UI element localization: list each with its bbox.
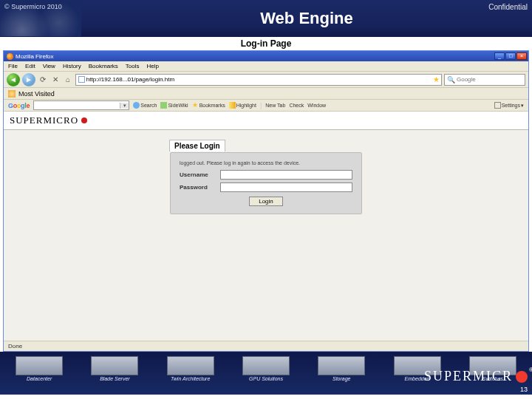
copyright-text: © Supermicro 2010 xyxy=(4,3,62,10)
browser-window: Mozilla Firefox _ □ × File Edit View His… xyxy=(3,50,529,352)
search-bar[interactable]: 🔍 xyxy=(444,74,525,86)
password-label: Password xyxy=(180,184,220,191)
menu-help[interactable]: Help xyxy=(146,63,158,69)
cat-thumb-blade xyxy=(91,356,138,375)
menu-view[interactable]: View xyxy=(43,63,55,69)
page-content: SUPERMICRO Please Login logged out. Plea… xyxy=(4,112,528,341)
close-button[interactable]: × xyxy=(516,52,527,60)
forward-button[interactable]: ► xyxy=(22,73,35,86)
google-newtab-button[interactable]: New Tab xyxy=(265,103,285,108)
search-engine-icon[interactable]: 🔍 xyxy=(447,76,455,83)
footer-brand-logo: SUPERMICR ® xyxy=(424,369,528,384)
google-check-button[interactable]: Check xyxy=(289,103,304,108)
back-button[interactable]: ◄ xyxy=(7,73,20,86)
bookmarks-toolbar: Most Visited xyxy=(4,88,528,100)
cat-label: Blade Server xyxy=(100,376,129,381)
google-logo: Google xyxy=(8,102,30,109)
password-input[interactable] xyxy=(220,183,352,192)
slide-subtitle: Log-in Page xyxy=(0,37,532,50)
page-number: 13 xyxy=(520,386,528,393)
maximize-button[interactable]: □ xyxy=(505,52,516,60)
google-search-box[interactable]: ▾ xyxy=(33,100,129,110)
stop-button[interactable]: ✕ xyxy=(50,75,61,85)
cat-label: Storage xyxy=(332,376,351,381)
brand-header: SUPERMICRO xyxy=(4,112,528,129)
slide-title: Web Engine xyxy=(81,9,532,28)
slide-header: © Supermicro 2010 Web Engine Confidentia… xyxy=(0,0,532,37)
firefox-icon xyxy=(7,53,13,60)
menu-bookmarks[interactable]: Bookmarks xyxy=(89,63,118,69)
google-bookmarks-button[interactable]: ★Bookmarks xyxy=(192,102,225,109)
menu-file[interactable]: File xyxy=(8,63,18,69)
slide-footer: Datacenter Blade Server Twin Architectur… xyxy=(0,352,532,395)
supermicro-logo-text: SUPERMICRO xyxy=(10,115,78,126)
footer-logo-dot: ® xyxy=(516,371,528,383)
login-panel-heading: Please Login xyxy=(169,140,225,151)
most-visited-link[interactable]: Most Visited xyxy=(18,90,55,98)
navigation-toolbar: ◄ ► ⟳ ✕ ⌂ ★ 🔍 xyxy=(4,72,528,88)
login-button[interactable]: Login xyxy=(249,197,283,206)
status-text: Done xyxy=(8,343,22,349)
login-message: logged out. Please log in again to acces… xyxy=(180,160,352,166)
cat-thumb-twin xyxy=(167,356,214,375)
menu-tools[interactable]: Tools xyxy=(126,63,140,69)
window-title: Mozilla Firefox xyxy=(16,53,494,60)
footer-logo-text: SUPERMICR xyxy=(424,369,513,384)
minimize-button[interactable]: _ xyxy=(494,52,505,60)
reload-button[interactable]: ⟳ xyxy=(38,75,48,85)
login-panel: logged out. Please log in again to acces… xyxy=(170,152,362,214)
google-search-dropdown[interactable]: ▾ xyxy=(120,103,129,109)
cat-thumb-datacenter xyxy=(16,356,63,375)
home-button[interactable]: ⌂ xyxy=(63,75,73,85)
cat-label: Datacenter xyxy=(27,376,52,381)
menu-history[interactable]: History xyxy=(63,63,81,69)
menu-bar: File Edit View History Bookmarks Tools H… xyxy=(4,61,528,72)
bookmark-star-icon[interactable]: ★ xyxy=(433,75,440,83)
most-visited-icon xyxy=(8,90,16,98)
window-titlebar[interactable]: Mozilla Firefox _ □ × xyxy=(4,51,528,61)
google-window-button[interactable]: Window xyxy=(307,103,326,108)
url-input[interactable] xyxy=(86,76,431,83)
cat-thumb-storage xyxy=(318,356,365,375)
username-input[interactable] xyxy=(220,170,352,180)
menu-edit[interactable]: Edit xyxy=(25,63,35,69)
google-search-button[interactable]: Search xyxy=(133,102,157,109)
google-sidewiki-button[interactable]: SideWiki xyxy=(160,102,188,109)
cat-label: GPU Solutions xyxy=(249,376,283,381)
cat-label: Twin Architecture xyxy=(171,376,210,381)
username-label: Username xyxy=(180,171,220,178)
status-bar: Done xyxy=(4,341,528,351)
supermicro-logo-dot xyxy=(81,117,87,123)
google-toolbar: Google ▾ Search SideWiki ★Bookmarks High… xyxy=(4,100,528,112)
search-input[interactable] xyxy=(457,76,522,83)
confidential-label: Confidential xyxy=(488,3,528,11)
address-bar[interactable]: ★ xyxy=(75,74,442,86)
cat-thumb-gpu xyxy=(242,356,290,375)
page-icon xyxy=(78,76,85,83)
google-settings-button[interactable]: Settings ▾ xyxy=(494,102,524,109)
google-highlight-button[interactable]: Highlight xyxy=(229,102,256,109)
